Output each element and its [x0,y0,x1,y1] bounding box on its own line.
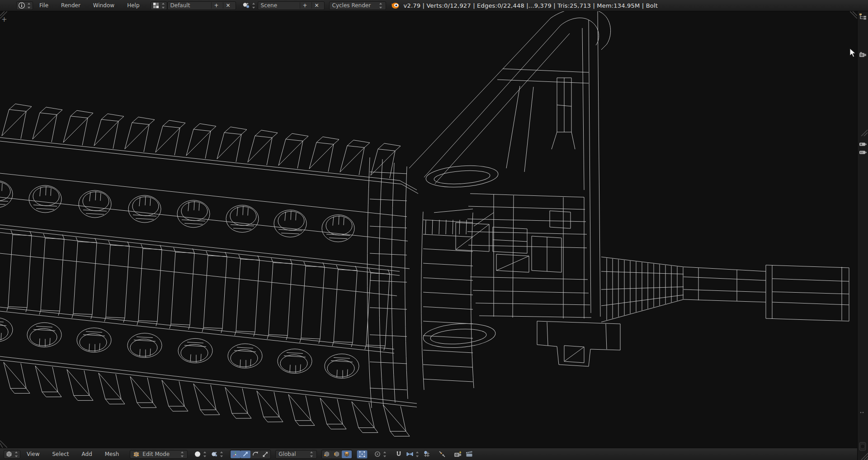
edit-mode-cube-icon [133,451,140,458]
limit-to-visible-button[interactable] [357,450,368,459]
stepper-arrows [14,451,19,457]
pivot-point-icon [211,451,218,458]
blender-window: { "header": { "menus": ["File", "Render"… [0,0,868,460]
corner-resize-handle[interactable] [860,451,868,460]
material-sphere-icon[interactable] [859,442,867,452]
viewport-header-toolbar: View Select Add Mesh Edit Mode [0,448,857,460]
render-slot-icon[interactable] [859,142,867,147]
snap-magnet-icon [395,451,402,458]
vertex-select-icon [323,451,330,458]
mode-select[interactable]: Edit Mode [130,450,188,459]
corner-resize-handle[interactable] [0,441,7,448]
stepper-arrows [415,451,420,457]
scale-manipulator-icon [262,451,269,458]
viewport-shading-icon [194,451,201,458]
screen-layout-name: Default [170,2,209,9]
stepper-arrows [383,451,387,457]
outliner-tree-icon[interactable] [859,13,867,20]
manipulator-axis-icon [232,451,239,458]
right-panel-sliver[interactable] [857,11,868,460]
render-slot-icon[interactable] [859,150,867,155]
viewport-shading-button[interactable] [192,450,209,459]
stepper-arrows [252,3,256,9]
render-engine-select[interactable]: Cycles Render [329,1,386,10]
pivot-point-button[interactable] [209,450,226,459]
screen-layout-browse-button[interactable] [151,1,167,10]
manipulate-centers-icon [439,451,446,458]
add-scene-button[interactable]: + [300,2,309,9]
scene-datablock-icon [242,2,250,9]
add-layout-button[interactable]: + [211,2,221,9]
limit-to-visible-icon [359,451,366,458]
wireframe-model [0,11,857,448]
mouse-cursor [849,48,857,58]
editor-type-3dview-icon [5,451,13,458]
panel-dot-icon [859,410,867,415]
stepper-arrows [180,451,184,457]
corner-resize-handle[interactable] [859,128,868,136]
vertex-select-button[interactable] [322,451,332,458]
delete-layout-button[interactable]: ✕ [223,2,232,9]
scale-manipulator-button[interactable] [260,451,270,458]
corner-resize-handle[interactable] [850,11,857,19]
editor-type-button[interactable] [4,450,20,459]
snap-target-icon [423,451,430,458]
menu-help[interactable]: Help [121,2,146,9]
snap-target-button[interactable] [421,450,432,459]
menu-render[interactable]: Render [55,2,87,9]
menu-view[interactable]: View [20,451,46,457]
snap-element-button[interactable] [404,450,421,459]
manipulate-centers-button[interactable] [437,450,448,459]
snap-increment-icon [406,451,414,458]
render-engine-value: Cycles Render [332,2,377,9]
snap-toggle-button[interactable] [393,450,404,459]
face-select-icon [343,451,350,458]
menu-window[interactable]: Window [87,2,121,9]
rotate-manipulator-button[interactable] [250,451,260,458]
manipulator-group [230,450,271,459]
opengl-render-icon [454,451,462,458]
transform-orientation-select[interactable]: Global [275,450,317,459]
delete-scene-button[interactable]: ✕ [311,2,321,9]
scene-field[interactable]: Scene + ✕ [258,1,325,10]
translate-manipulator-icon [242,451,249,458]
face-select-button[interactable] [342,451,352,458]
select-mode-group [321,450,352,459]
mode-value: Edit Mode [142,451,179,457]
menu-file[interactable]: File [33,2,55,9]
editor-type-button[interactable] [16,1,33,10]
stepper-arrows [379,3,383,9]
stepper-arrows [220,451,224,457]
menu-mesh[interactable]: Mesh [99,451,126,457]
proportional-edit-button[interactable] [372,450,389,459]
rotate-manipulator-icon [252,451,259,458]
scene-browse-button[interactable] [241,1,258,10]
stepper-arrows [203,451,207,457]
menu-select[interactable]: Select [46,451,75,457]
screen-layout-field[interactable]: Default + ✕ [167,1,236,10]
opengl-render-anim-button[interactable] [464,450,475,459]
corner-resize-handle[interactable] [0,11,7,19]
manipulator-toggle-button[interactable] [231,451,241,458]
translate-manipulator-button[interactable] [241,451,250,458]
render-tab-camera-icon[interactable] [859,51,867,58]
blender-logo [391,2,399,9]
menu-add[interactable]: Add [75,451,99,457]
orientation-value: Global [278,451,308,457]
info-header: File Render Window Help Default + ✕ Scen… [0,0,868,11]
opengl-render-anim-icon [466,451,473,458]
stepper-arrows [310,451,314,457]
stepper-arrows [161,3,165,9]
scene-statistics: v2.79 | Verts:0/12,927 | Edges:0/22,448 … [404,2,658,9]
edge-select-button[interactable] [332,451,342,458]
opengl-render-button[interactable] [452,450,464,459]
screen-layout-icon [152,2,160,9]
scene-name: Scene [261,2,298,9]
stepper-arrows [27,3,31,9]
edge-select-icon [333,451,340,458]
info-editor-icon [18,2,25,9]
viewport-3d[interactable]: + [0,11,857,448]
proportional-edit-icon [374,451,381,458]
